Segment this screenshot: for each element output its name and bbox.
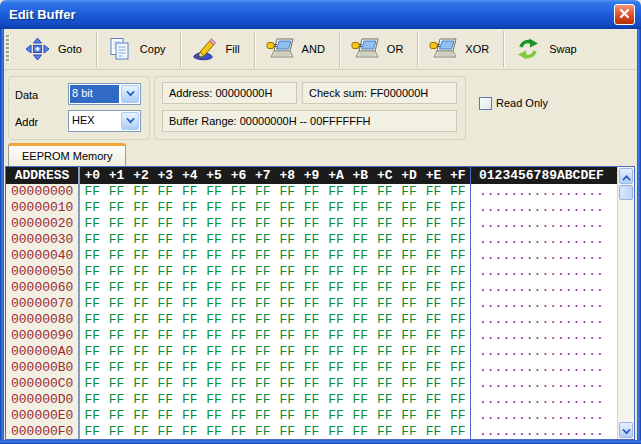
byte-cell[interactable]: FF — [202, 184, 226, 200]
byte-cell[interactable]: FF — [348, 375, 372, 391]
byte-cell[interactable]: FF — [129, 248, 153, 264]
byte-cell[interactable]: FF — [324, 216, 348, 232]
byte-cell[interactable]: FF — [104, 184, 128, 200]
byte-cell[interactable]: FF — [202, 216, 226, 232]
byte-cell[interactable]: FF — [275, 391, 299, 407]
byte-cell[interactable]: FF — [153, 327, 177, 343]
ascii-cell[interactable]: ................ — [471, 232, 617, 248]
byte-cell[interactable]: FF — [373, 423, 397, 439]
byte-cell[interactable]: FF — [275, 312, 299, 328]
byte-cell[interactable]: FF — [373, 391, 397, 407]
byte-cell[interactable]: FF — [373, 216, 397, 232]
byte-cell[interactable]: FF — [153, 312, 177, 328]
byte-cell[interactable]: FF — [202, 327, 226, 343]
byte-cell[interactable]: FF — [299, 264, 323, 280]
byte-cell[interactable]: FF — [348, 248, 372, 264]
byte-cell[interactable]: FF — [104, 391, 128, 407]
byte-cell[interactable]: FF — [324, 359, 348, 375]
byte-cell[interactable]: FF — [129, 423, 153, 439]
byte-cell[interactable]: FF — [202, 280, 226, 296]
byte-cell[interactable]: FF — [446, 391, 470, 407]
byte-cell[interactable]: FF — [129, 327, 153, 343]
byte-cell[interactable]: FF — [373, 248, 397, 264]
byte-cell[interactable]: FF — [373, 343, 397, 359]
byte-cell[interactable]: FF — [275, 296, 299, 312]
byte-cell[interactable]: FF — [275, 200, 299, 216]
byte-cell[interactable]: FF — [299, 184, 323, 200]
byte-cell[interactable]: FF — [397, 200, 421, 216]
byte-cell[interactable]: FF — [251, 359, 275, 375]
byte-cell[interactable]: FF — [324, 407, 348, 423]
byte-cell[interactable]: FF — [153, 391, 177, 407]
byte-cell[interactable]: FF — [104, 296, 128, 312]
vertical-scrollbar[interactable] — [617, 167, 634, 439]
byte-cell[interactable]: FF — [178, 280, 202, 296]
toolbar-gripper[interactable] — [6, 35, 10, 63]
byte-cell[interactable]: FF — [104, 327, 128, 343]
byte-cell[interactable]: FF — [153, 248, 177, 264]
byte-cell[interactable]: FF — [373, 280, 397, 296]
byte-cell[interactable]: FF — [299, 391, 323, 407]
byte-cell[interactable]: FF — [324, 375, 348, 391]
byte-cell[interactable]: FF — [251, 327, 275, 343]
byte-cell[interactable]: FF — [202, 391, 226, 407]
byte-cell[interactable]: FF — [299, 280, 323, 296]
byte-cell[interactable]: FF — [446, 327, 470, 343]
ascii-cell[interactable]: ................ — [471, 248, 617, 264]
byte-cell[interactable]: FF — [80, 343, 104, 359]
byte-cell[interactable]: FF — [80, 359, 104, 375]
byte-cell[interactable]: FF — [324, 312, 348, 328]
byte-cell[interactable]: FF — [251, 216, 275, 232]
ascii-cell[interactable]: ................ — [471, 407, 617, 423]
byte-cell[interactable]: FF — [251, 423, 275, 439]
byte-cell[interactable]: FF — [446, 248, 470, 264]
byte-cell[interactable]: FF — [251, 280, 275, 296]
byte-cell[interactable]: FF — [397, 312, 421, 328]
byte-cell[interactable]: FF — [397, 423, 421, 439]
ascii-cell[interactable]: ................ — [471, 327, 617, 343]
byte-cell[interactable]: FF — [299, 232, 323, 248]
byte-cell[interactable]: FF — [129, 359, 153, 375]
byte-cell[interactable]: FF — [129, 407, 153, 423]
byte-cell[interactable]: FF — [251, 248, 275, 264]
byte-cell[interactable]: FF — [348, 264, 372, 280]
byte-cell[interactable]: FF — [129, 312, 153, 328]
byte-cell[interactable]: FF — [104, 359, 128, 375]
address-cell[interactable]: 00000000 — [6, 184, 78, 200]
byte-cell[interactable]: FF — [348, 200, 372, 216]
byte-cell[interactable]: FF — [202, 232, 226, 248]
byte-cell[interactable]: FF — [275, 280, 299, 296]
byte-cell[interactable]: FF — [446, 232, 470, 248]
byte-cell[interactable]: FF — [421, 296, 445, 312]
and-button[interactable]: AND — [257, 32, 338, 66]
byte-cell[interactable]: FF — [275, 407, 299, 423]
byte-cell[interactable]: FF — [251, 264, 275, 280]
byte-cell[interactable]: FF — [421, 359, 445, 375]
address-cell[interactable]: 00000050 — [6, 264, 78, 280]
byte-cell[interactable]: FF — [373, 375, 397, 391]
ascii-cell[interactable]: ................ — [471, 359, 617, 375]
byte-cell[interactable]: FF — [446, 264, 470, 280]
byte-cell[interactable]: FF — [202, 343, 226, 359]
byte-cell[interactable]: FF — [129, 200, 153, 216]
ascii-cell[interactable]: ................ — [471, 312, 617, 328]
byte-cell[interactable]: FF — [226, 423, 250, 439]
ascii-cell[interactable]: ................ — [471, 423, 617, 439]
byte-cell[interactable]: FF — [373, 359, 397, 375]
byte-cell[interactable]: FF — [275, 343, 299, 359]
scroll-up-button[interactable] — [619, 168, 633, 184]
ascii-cell[interactable]: ................ — [471, 216, 617, 232]
byte-cell[interactable]: FF — [202, 375, 226, 391]
address-cell[interactable]: 00000040 — [6, 248, 78, 264]
byte-cell[interactable]: FF — [324, 391, 348, 407]
byte-cell[interactable]: FF — [348, 296, 372, 312]
byte-cell[interactable]: FF — [421, 312, 445, 328]
byte-cell[interactable]: FF — [80, 184, 104, 200]
byte-cell[interactable]: FF — [373, 264, 397, 280]
byte-cell[interactable]: FF — [226, 375, 250, 391]
byte-cell[interactable]: FF — [275, 423, 299, 439]
or-button[interactable]: OR — [342, 32, 417, 66]
byte-cell[interactable]: FF — [104, 407, 128, 423]
byte-cell[interactable]: FF — [104, 232, 128, 248]
byte-cell[interactable]: FF — [104, 280, 128, 296]
